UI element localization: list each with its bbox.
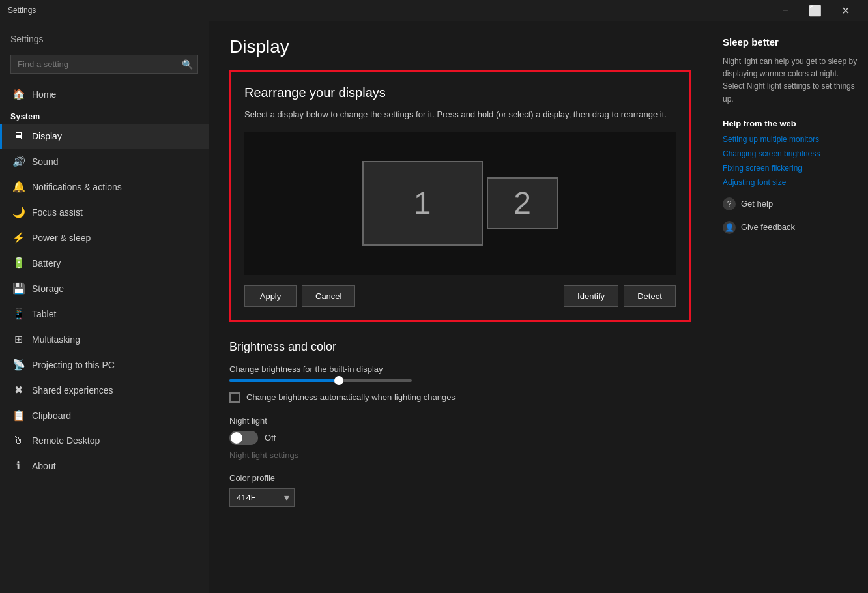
night-light-section: Night light Off Night light settings <box>229 416 691 460</box>
sidebar-item-battery[interactable]: 🔋 Battery <box>0 250 209 276</box>
sidebar-about-label: About <box>32 461 56 471</box>
brightness-section-title: Brightness and color <box>229 340 691 354</box>
color-profile-select[interactable]: 414F sRGB Default <box>229 488 295 507</box>
display-2-label: 2 <box>514 185 531 221</box>
home-icon: 🏠 <box>12 88 24 100</box>
sidebar-display-label: Display <box>32 131 62 141</box>
feedback-icon: 👤 <box>723 221 736 234</box>
display-1[interactable]: 1 <box>362 161 483 246</box>
sidebar-storage-label: Storage <box>32 283 64 294</box>
sleep-text: Night light can help you get to sleep by… <box>723 55 858 106</box>
get-help-action[interactable]: ? Get help <box>723 197 858 210</box>
remote-icon: 🖱 <box>12 435 24 446</box>
display-2[interactable]: 2 <box>487 177 558 229</box>
sidebar: Settings 🔍 🏠 Home System 🖥 Display 🔊 Sou… <box>0 21 209 593</box>
sidebar-item-multitasking[interactable]: ⊞ Multitasking <box>0 326 209 352</box>
storage-icon: 💾 <box>12 282 24 295</box>
display-action-buttons: Apply Cancel Identify Detect <box>244 285 676 307</box>
focus-icon: 🌙 <box>12 206 24 218</box>
color-profile-select-wrapper: 414F sRGB Default ▾ <box>229 488 295 507</box>
sidebar-battery-label: Battery <box>32 258 61 268</box>
color-profile-section: Color profile 414F sRGB Default ▾ <box>229 473 691 507</box>
brightness-slider-track[interactable] <box>229 379 412 382</box>
sidebar-item-focus-assist[interactable]: 🌙 Focus assist <box>0 199 209 225</box>
sidebar-item-notifications[interactable]: 🔔 Notifications & actions <box>0 174 209 199</box>
rearrange-description: Select a display below to change the set… <box>244 108 676 121</box>
title-bar: Settings − ⬜ ✕ <box>0 0 868 21</box>
help-link-0[interactable]: Setting up multiple monitors <box>723 135 858 144</box>
night-light-settings-link[interactable]: Night light settings <box>229 450 691 460</box>
night-light-status: Off <box>265 433 276 442</box>
brightness-slider-row <box>229 379 691 382</box>
app-title: Settings <box>8 6 770 15</box>
get-help-label: Get help <box>741 199 773 209</box>
sidebar-sound-label: Sound <box>32 156 58 167</box>
night-light-toggle[interactable] <box>229 431 258 445</box>
multitasking-icon: ⊞ <box>12 333 24 345</box>
minimize-button[interactable]: − <box>770 0 800 21</box>
brightness-slider-fill <box>229 379 339 382</box>
notifications-icon: 🔔 <box>12 181 24 193</box>
about-icon: ℹ <box>12 459 24 472</box>
clipboard-icon: 📋 <box>12 409 24 422</box>
display-1-label: 1 <box>414 185 431 221</box>
help-link-3[interactable]: Adjusting font size <box>723 178 858 187</box>
night-light-toggle-row: Off <box>229 431 691 445</box>
identify-button[interactable]: Identify <box>564 285 618 307</box>
app-container: Settings 🔍 🏠 Home System 🖥 Display 🔊 Sou… <box>0 21 868 593</box>
sidebar-item-power-sleep[interactable]: ⚡ Power & sleep <box>0 225 209 250</box>
maximize-button[interactable]: ⬜ <box>800 0 830 21</box>
give-feedback-action[interactable]: 👤 Give feedback <box>723 221 858 234</box>
sidebar-notifications-label: Notifications & actions <box>32 182 122 192</box>
window-controls: − ⬜ ✕ <box>770 0 860 21</box>
close-button[interactable]: ✕ <box>830 0 860 21</box>
home-label: Home <box>32 89 56 100</box>
help-link-1[interactable]: Changing screen brightness <box>723 149 858 158</box>
search-container: 🔍 <box>10 55 198 74</box>
auto-brightness-label: Change brightness automatically when lig… <box>246 392 456 402</box>
sidebar-item-remote-desktop[interactable]: 🖱 Remote Desktop <box>0 428 209 453</box>
sidebar-item-tablet[interactable]: 📱 Tablet <box>0 301 209 326</box>
brightness-slider-thumb[interactable] <box>334 376 343 385</box>
get-help-icon: ? <box>723 197 736 210</box>
rearrange-section: Rearrange your displays Select a display… <box>229 70 691 322</box>
help-link-2[interactable]: Fixing screen flickering <box>723 164 858 173</box>
sidebar-tablet-label: Tablet <box>32 309 56 319</box>
give-feedback-label: Give feedback <box>741 222 795 232</box>
sidebar-section-label: System <box>0 107 209 124</box>
help-title: Help from the web <box>723 119 858 128</box>
page-title: Display <box>229 36 691 57</box>
sidebar-power-label: Power & sleep <box>32 233 91 243</box>
display-right-buttons: Identify Detect <box>564 285 676 307</box>
cancel-button[interactable]: Cancel <box>302 285 355 307</box>
sidebar-item-display[interactable]: 🖥 Display <box>0 124 209 149</box>
apply-button[interactable]: Apply <box>244 285 297 307</box>
sidebar-clipboard-label: Clipboard <box>32 411 71 421</box>
sound-icon: 🔊 <box>12 155 24 167</box>
sidebar-item-sound[interactable]: 🔊 Sound <box>0 149 209 174</box>
brightness-section: Brightness and color Change brightness f… <box>229 340 691 507</box>
sidebar-item-clipboard[interactable]: 📋 Clipboard <box>0 403 209 428</box>
sidebar-app-title: Settings <box>0 21 209 50</box>
sidebar-item-projecting[interactable]: 📡 Projecting to this PC <box>0 352 209 377</box>
main-content: Display Rearrange your displays Select a… <box>209 21 712 593</box>
power-icon: ⚡ <box>12 231 24 244</box>
display-icon: 🖥 <box>12 130 24 142</box>
detect-button[interactable]: Detect <box>624 285 676 307</box>
color-profile-label: Color profile <box>229 473 691 483</box>
battery-icon: 🔋 <box>12 257 24 269</box>
sidebar-item-about[interactable]: ℹ About <box>0 453 209 478</box>
sidebar-item-shared-experiences[interactable]: ✖ Shared experiences <box>0 377 209 403</box>
search-icon: 🔍 <box>182 59 193 70</box>
search-input[interactable] <box>10 55 198 74</box>
auto-brightness-checkbox[interactable] <box>229 392 240 403</box>
sleep-title: Sleep better <box>723 36 858 48</box>
display-preview-area: 1 2 <box>244 132 676 275</box>
tablet-icon: 📱 <box>12 308 24 320</box>
night-light-label: Night light <box>229 416 691 426</box>
sidebar-shared-label: Shared experiences <box>32 385 113 396</box>
rearrange-title: Rearrange your displays <box>244 85 676 100</box>
sidebar-item-storage[interactable]: 💾 Storage <box>0 276 209 301</box>
sidebar-item-home[interactable]: 🏠 Home <box>0 81 209 107</box>
sidebar-multitasking-label: Multitasking <box>32 334 80 345</box>
